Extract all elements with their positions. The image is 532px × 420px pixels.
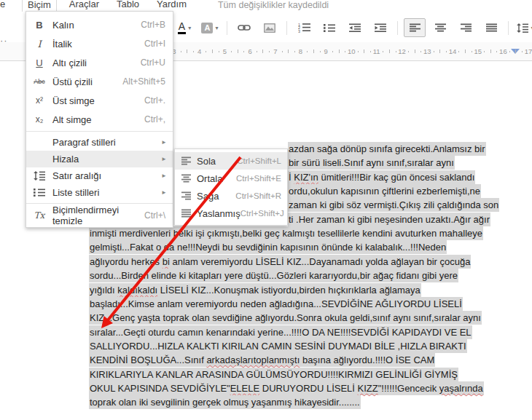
ruler-tick: [339, 49, 340, 53]
menubar-item-bic-im[interactable]: Biçim: [22, 0, 57, 12]
align-right-button[interactable]: [455, 18, 477, 37]
selected-text: KIZ...Genç yaşta toprak olan sevdiğine a…: [89, 311, 482, 325]
text-segment: sordu...Birden elinde ki kitapları yere …: [90, 270, 458, 281]
document-line[interactable]: sordu...Birden elinde ki kitapları yere …: [89, 269, 458, 282]
submenu-item-ortala[interactable]: OrtalaCtrl+Shift+E: [175, 170, 287, 187]
document-line[interactable]: ağlıyordu herkes bi anlam veremiyordu Lİ…: [89, 255, 471, 268]
menu-item-u-stu-c-izili[interactable]: AbcÜstü çiziliAlt+Shift+5: [26, 72, 173, 91]
document-line[interactable]: başladı...Kimse anlam veremiyordu neden …: [89, 298, 463, 310]
document-line[interactable]: sıralar...Geçti oturdu camın kenarındaki…: [89, 326, 472, 338]
align-left-icon: [175, 156, 197, 165]
menu-item-kal-n[interactable]: BKalınCtrl+B: [26, 15, 173, 34]
insert-link-button[interactable]: [233, 18, 255, 37]
submenu-arrow-icon: ►: [161, 173, 167, 179]
menu-item-bic-imlendirmeyi-temizle[interactable]: TxBiçimlendirmeyi temizleCtrl+\: [26, 206, 173, 224]
google-docs-window: e BiçimAraçlarTabloYardım Tüm değişiklik…: [0, 0, 532, 420]
document-line[interactable]: KIZ...Genç yaşta toprak olan sevdiğine a…: [89, 312, 482, 324]
ruler-tick: [313, 49, 314, 53]
align-justify-button[interactable]: [480, 18, 502, 37]
misspelled-word: arkadaşlarıtoplanmıştı: [206, 354, 300, 365]
indent-icon: [375, 23, 386, 33]
bulleted-list-button[interactable]: [318, 18, 340, 37]
text-color-button[interactable]: A▾: [173, 18, 195, 37]
document-line[interactable]: OKUL KAPISINDA SEVDİĞİYLE"ELELE DURUYORD…: [89, 382, 484, 395]
misspelled-word: yaşalrında: [439, 383, 483, 394]
insert-image-button[interactable]: [259, 18, 281, 37]
document-line[interactable]: SALLIYORDU...HIZLA KALKTI KIRILAN CAMIN …: [89, 340, 467, 352]
menu-item-sat-r-aral-g[interactable]: Satır aralığı►: [26, 167, 173, 184]
document-line[interactable]: yığıldı kaldıkaldı LİSELİ KIZ...Konuşmak…: [89, 284, 421, 296]
menubar-item-tablo[interactable]: Tablo: [112, 0, 144, 12]
menu-item-i-talik[interactable]: IİtalikCtrl+I: [26, 34, 173, 53]
menu-item-label: Altı çizili: [52, 58, 141, 68]
ruler-tick: [509, 51, 510, 52]
submenu-item-yaslanm-s[interactable]: YaslanmışCtrl+Shift+J: [175, 205, 287, 222]
document-line[interactable]: KIRIKLARIYLA KANLAR ARASINDA GÜLÜMSÜYORD…: [89, 368, 458, 381]
ruler-tick: [446, 51, 447, 52]
menu-item-label: Alt simge: [52, 114, 144, 125]
ruler-tick: [193, 51, 194, 52]
ruler-number: 9: [322, 47, 329, 55]
menu-item-shortcut: Ctrl+\: [144, 210, 173, 221]
document-line[interactable]: inmişti merdivenleri belki işi çıkmıştı,…: [89, 227, 483, 239]
menubar-item-arac-lar[interactable]: Araçlar: [64, 0, 104, 12]
align-right-icon: [461, 23, 472, 32]
document-line[interactable]: azdan sağa dönüp sınıfa girecekti.Anlams…: [288, 143, 486, 155]
menu-item-label: İtalik: [52, 39, 144, 49]
highlight-color-button[interactable]: A▾: [199, 18, 221, 37]
ruler-number: 10: [348, 47, 355, 55]
menu-item-hizala[interactable]: Hizala►: [26, 151, 173, 167]
misspelled-word: bi: [163, 256, 170, 267]
document-line[interactable]: ti .Her zaman ki gibi neşesinden uzaktı.…: [288, 213, 490, 226]
ruler-tick: [332, 51, 333, 52]
align-center-icon: [175, 174, 197, 183]
ruler-number: 5: [221, 47, 228, 55]
submenu-item-shortcut: Ctrl+Shift+E: [236, 174, 287, 183]
align-left-button[interactable]: [404, 18, 426, 37]
outdent-icon: [349, 23, 361, 33]
bold-icon: B: [36, 20, 42, 31]
submenu-item-sag-a[interactable]: SağaCtrl+Shift+R: [175, 187, 287, 205]
document-line[interactable]: gelmişti...Fakat o da ne!!!Neydi bu sevd…: [89, 241, 447, 253]
document-line[interactable]: toprak olan iki sevgilinin gerçek olmuş …: [89, 396, 361, 408]
line-spacing-button[interactable]: ▾: [515, 18, 532, 37]
align-right-icon: [175, 191, 197, 200]
ruler-tick: [294, 51, 295, 52]
document-line[interactable]: KENDİNİ BOŞLUĞA...Sınıf arkadaşlarıtopla…: [89, 354, 435, 366]
document-line[interactable]: ordu,okulun kapısının çiftlerini ezberle…: [288, 185, 481, 197]
document-line[interactable]: bir sürü liseli.Sınıf aynı sınıf,sıralar…: [288, 156, 455, 169]
align-justify-icon: [175, 209, 197, 218]
ruler-tick: [370, 51, 371, 52]
menu-item-u-st-simge[interactable]: x²Üst simgeCtrl+.: [26, 91, 173, 110]
menu-item-alt-simge[interactable]: x₂Alt simgeCtrl+,: [26, 110, 173, 129]
menu-item-liste-stilleri[interactable]: Liste stilleri►: [26, 184, 173, 201]
ruler-tick: [206, 51, 206, 52]
numbered-list-button[interactable]: 123: [293, 18, 315, 37]
subscript-icon: x₂: [36, 114, 44, 124]
numbered-list-icon: 123: [298, 23, 310, 33]
ruler-tick: [396, 51, 396, 52]
decrease-indent-button[interactable]: [344, 18, 366, 37]
toolbar-partial-icon[interactable]: ··: [0, 35, 8, 46]
ruler-number: 16: [499, 47, 506, 55]
document-line[interactable]: İ KIZ'ın ümitleri!!!Bir kaç gün öncesi s…: [288, 171, 475, 183]
ruler-number: 12: [398, 47, 405, 55]
underline-icon: U: [36, 58, 42, 68]
selected-text: zaman ki gibi söz vermişti.Çıkış zili ça…: [288, 198, 499, 212]
menu-item-shortcut: Ctrl+.: [144, 95, 173, 106]
superscript-icon: x²: [26, 95, 52, 106]
ruler-tick: [439, 49, 440, 53]
ruler-tick: [515, 49, 516, 53]
svg-text:3: 3: [298, 29, 300, 33]
menu-item-paragraf-stilleri[interactable]: Paragraf stilleri►: [26, 134, 173, 151]
ruler-tick: [212, 49, 213, 53]
ruler-tick: [231, 51, 232, 52]
menu-item-alt-c-izili[interactable]: UAltı çiziliCtrl+U: [26, 53, 173, 72]
increase-indent-button[interactable]: [369, 18, 391, 37]
align-center-button[interactable]: [429, 18, 451, 37]
menubar-item-yard-m[interactable]: Yardım: [152, 0, 192, 12]
submenu-item-sola[interactable]: SolaCtrl+Shift+L: [175, 152, 287, 170]
save-status: Tüm değişiklikler kaydedildi: [218, 0, 329, 12]
document-line[interactable]: zaman ki gibi söz vermişti.Çıkış zili ça…: [288, 199, 499, 211]
ruler-number: 8: [297, 47, 305, 55]
